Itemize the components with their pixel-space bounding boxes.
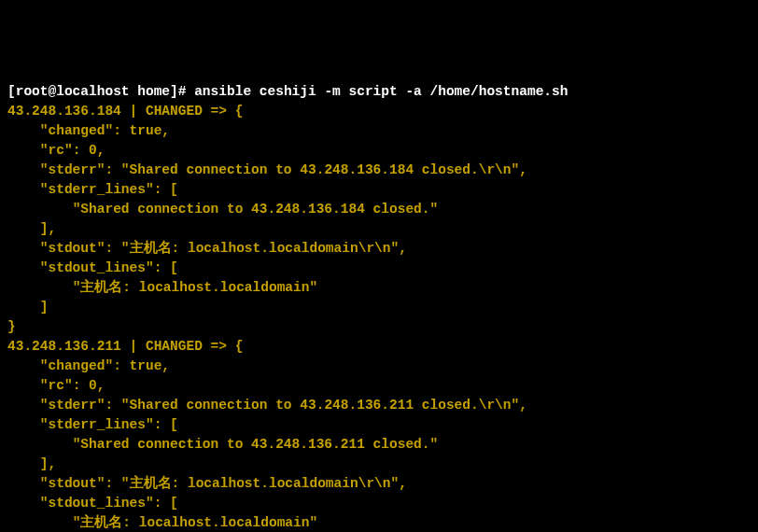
output-line: ], <box>7 456 56 471</box>
command-input[interactable]: ansible ceshiji -m script -a /home/hostn… <box>194 84 568 99</box>
output-line: "Shared connection to 43.248.136.211 clo… <box>7 437 438 452</box>
prompt-line: [root@localhost home]# <box>7 84 194 99</box>
output-line: "Shared connection to 43.248.136.184 clo… <box>7 202 438 217</box>
output-line: "stderr": "Shared connection to 43.248.1… <box>7 398 527 413</box>
output-line: "stdout": "主机名: localhost.localdomain\r\… <box>7 241 407 256</box>
output-line: "stderr": "Shared connection to 43.248.1… <box>7 162 527 177</box>
output-line: ], <box>7 221 56 236</box>
output-line: "stdout_lines": [ <box>7 496 178 511</box>
output-line: "stderr_lines": [ <box>7 182 178 197</box>
output-line: "stderr_lines": [ <box>7 417 178 432</box>
output-line: ] <box>7 300 49 315</box>
host-header-1: 43.248.136.211 | CHANGED => { <box>7 339 243 354</box>
output-line: "stdout": "主机名: localhost.localdomain\r\… <box>7 476 407 491</box>
output-line: } <box>7 319 16 334</box>
output-line: "主机名: localhost.localdomain" <box>7 280 317 295</box>
output-line: "changed": true, <box>7 123 170 138</box>
output-line: "changed": true, <box>7 358 170 373</box>
output-line: "rc": 0, <box>7 143 105 158</box>
output-line: "rc": 0, <box>7 378 105 393</box>
host-header-0: 43.248.136.184 | CHANGED => { <box>7 104 243 119</box>
output-line: "主机名: localhost.localdomain" <box>7 515 317 530</box>
output-line: "stdout_lines": [ <box>7 260 178 275</box>
